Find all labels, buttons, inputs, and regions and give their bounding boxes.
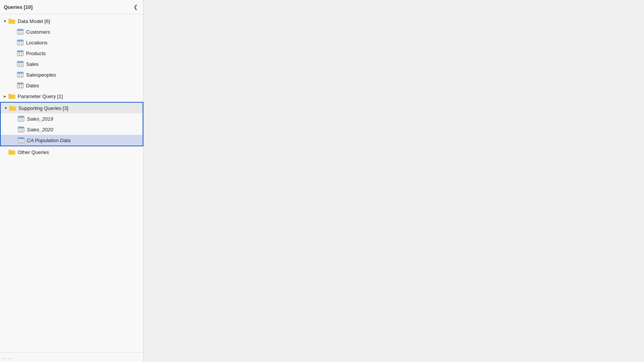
expander-dates	[11, 83, 16, 88]
tree-item-customers[interactable]: Customers	[0, 26, 143, 37]
expander-data-model[interactable]: ▼	[2, 18, 8, 24]
dates-label: Dates	[26, 83, 39, 88]
sidebar-title: Queries [10]	[4, 4, 33, 10]
footer-label: ... ...	[3, 355, 11, 360]
tree-item-products[interactable]: Products	[0, 48, 143, 59]
table-icon-sales-2019	[18, 116, 25, 122]
svg-rect-61	[18, 127, 24, 128]
svg-rect-45	[8, 94, 12, 95]
svg-rect-15	[17, 40, 23, 41]
sidebar-footer[interactable]: ... ...	[0, 352, 143, 362]
sidebar: Queries [10] ❮ ▼ Data Model [6]	[0, 0, 144, 362]
products-label: Products	[26, 51, 46, 56]
folder-icon-other-queries	[8, 149, 15, 155]
svg-rect-22	[17, 51, 23, 52]
tree-group-other-queries[interactable]: Other Queries	[0, 147, 143, 157]
tree-group-parameter-query[interactable]: ► Parameter Query [1]	[0, 91, 143, 102]
svg-rect-47	[9, 106, 12, 107]
expander-products	[11, 51, 16, 56]
svg-rect-54	[18, 116, 24, 118]
tree-container: ▼ Data Model [6]	[0, 14, 143, 352]
expander-locations	[11, 40, 16, 45]
expander-sales-2020	[12, 127, 17, 132]
svg-rect-8	[17, 29, 23, 31]
main-content	[144, 0, 644, 362]
expander-salespeoples	[11, 72, 16, 77]
expander-other-queries[interactable]	[2, 149, 8, 155]
expander-supporting-queries[interactable]: ▼	[3, 105, 8, 111]
tree-item-sales-2020[interactable]: Sales_2020	[1, 124, 143, 135]
tree-item-salespeoples[interactable]: Salespeoples	[0, 69, 143, 80]
sales-2019-label: Sales_2019	[27, 116, 53, 122]
table-icon-ca-population	[18, 137, 25, 143]
expander-customers	[11, 29, 16, 34]
svg-rect-36	[17, 72, 23, 74]
table-icon-products	[17, 50, 24, 56]
ca-population-label: CA Population Data	[27, 138, 71, 143]
folder-icon-supporting-queries	[9, 105, 16, 111]
tree-item-sales[interactable]: Sales	[0, 59, 143, 69]
svg-rect-68	[18, 138, 24, 139]
svg-rect-70	[8, 150, 12, 151]
expander-ca-population	[12, 138, 17, 143]
supporting-queries-label: Supporting Queries [3]	[18, 105, 68, 111]
svg-rect-43	[17, 83, 23, 84]
folder-icon-data-model	[8, 18, 15, 24]
tree-item-dates[interactable]: Dates	[0, 80, 143, 91]
collapse-button[interactable]: ❮	[132, 3, 140, 11]
expander-sales-2019	[12, 116, 17, 121]
svg-rect-1	[8, 19, 12, 20]
tree-group-data-model[interactable]: ▼ Data Model [6]	[0, 16, 143, 26]
salespeoples-label: Salespeoples	[26, 72, 56, 78]
table-icon-salespeoples	[17, 72, 24, 78]
table-icon-dates	[17, 82, 24, 88]
expander-parameter-query[interactable]: ►	[2, 93, 8, 99]
expander-sales	[11, 61, 16, 67]
sales-2020-label: Sales_2020	[27, 127, 53, 133]
parameter-query-label: Parameter Query [1]	[18, 93, 63, 99]
table-icon-customers	[17, 29, 24, 35]
table-icon-sales-2020	[18, 126, 25, 133]
sales-label: Sales	[26, 61, 39, 67]
folder-icon-parameter-query	[8, 93, 15, 99]
tree-item-sales-2019[interactable]: Sales_2019	[1, 113, 143, 124]
locations-label: Locations	[26, 40, 48, 46]
supporting-queries-group: ▼ Supporting Queries [3]	[0, 102, 143, 146]
other-queries-label: Other Queries	[18, 149, 49, 155]
data-model-label: Data Model [6]	[18, 18, 50, 24]
sidebar-header: Queries [10] ❮	[0, 0, 143, 14]
tree-item-ca-population-data[interactable]: CA Population Data	[1, 135, 143, 146]
table-icon-locations	[17, 39, 24, 46]
table-icon-sales	[17, 61, 24, 67]
svg-rect-29	[17, 61, 23, 63]
customers-label: Customers	[26, 29, 50, 35]
tree-item-locations[interactable]: Locations	[0, 37, 143, 48]
tree-group-supporting-queries[interactable]: ▼ Supporting Queries [3]	[1, 103, 143, 113]
